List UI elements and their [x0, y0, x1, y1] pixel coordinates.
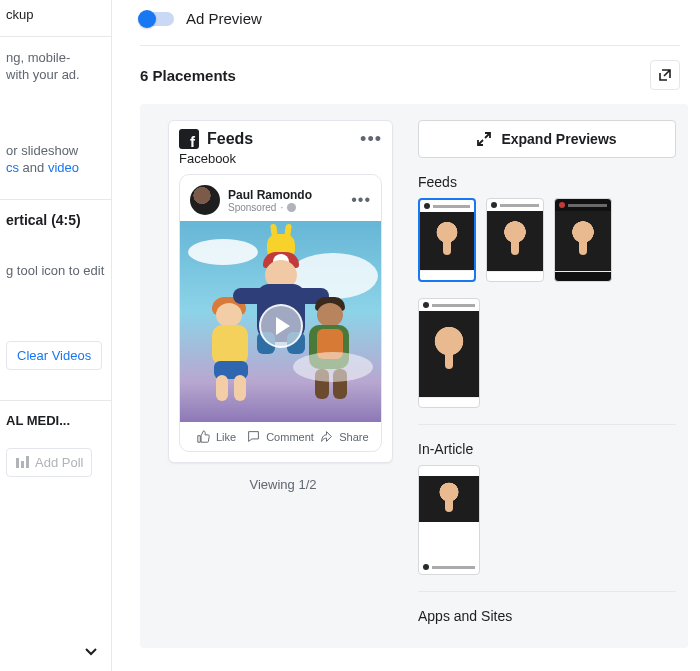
- phone-preview-column: Feeds ••• Facebook Paul Ramondo Sponsore…: [168, 120, 398, 632]
- share-icon: [320, 430, 333, 443]
- left-item-tail: ckup: [0, 0, 111, 24]
- edit-helper: g tool icon to edit: [0, 262, 111, 280]
- ad-preview-toggle[interactable]: [140, 12, 174, 26]
- ad-preview-label: Ad Preview: [186, 10, 262, 27]
- svg-rect-1: [21, 461, 24, 468]
- comment-icon: [247, 430, 260, 443]
- globe-icon: [287, 203, 296, 212]
- poster-name: Paul Ramondo: [228, 188, 312, 202]
- phone-card: Feeds ••• Facebook Paul Ramondo Sponsore…: [168, 120, 393, 463]
- inarticle-thumbs: [418, 465, 676, 575]
- feeds-title: Feeds: [207, 130, 253, 148]
- placements-header: 6 Placements: [140, 46, 688, 104]
- section-apps-label: Apps and Sites: [418, 608, 676, 624]
- left-helper-1: ng, mobile- with your ad.: [0, 49, 111, 84]
- poster-avatar: [190, 185, 220, 215]
- sponsored-label: Sponsored ·: [228, 202, 312, 213]
- share-button[interactable]: Share: [314, 430, 375, 443]
- clear-videos-button[interactable]: Clear Videos: [6, 341, 102, 370]
- svg-rect-0: [16, 458, 19, 468]
- post-frame: Paul Ramondo Sponsored · •••: [179, 174, 382, 452]
- platform-label: Facebook: [169, 151, 392, 174]
- poll-icon: [15, 456, 29, 470]
- main-area: Ad Preview 6 Placements Feeds ••• Facebo…: [112, 0, 700, 671]
- expand-icon: [477, 132, 491, 146]
- card-menu-button[interactable]: •••: [360, 130, 382, 148]
- facebook-icon: [179, 129, 199, 149]
- like-icon: [197, 430, 210, 443]
- placement-thumb[interactable]: [418, 465, 480, 575]
- caret-down-icon[interactable]: [85, 646, 97, 661]
- ad-preview-row: Ad Preview: [140, 0, 688, 45]
- placements-title: 6 Placements: [140, 67, 236, 84]
- post-actions: Like Comment Share: [180, 422, 381, 451]
- expand-previews-button[interactable]: Expand Previews: [418, 120, 676, 158]
- placements-right-column: Expand Previews Feeds In-Article Apps an…: [418, 120, 676, 632]
- media-heading: AL MEDI...: [0, 413, 111, 428]
- link-video[interactable]: video: [48, 160, 79, 175]
- left-helper-2: or slideshow cs and video: [0, 142, 111, 177]
- comment-button[interactable]: Comment: [247, 430, 314, 443]
- placement-thumb[interactable]: [554, 198, 612, 282]
- feeds-thumbs: [418, 198, 676, 408]
- placement-thumb[interactable]: [418, 298, 480, 408]
- play-icon[interactable]: [259, 304, 303, 348]
- left-sidebar-partial: ckup ng, mobile- with your ad. or slides…: [0, 0, 112, 671]
- ratio-heading: ertical (4:5): [0, 212, 111, 228]
- placement-thumb[interactable]: [486, 198, 544, 282]
- add-poll-label: Add Poll: [35, 455, 83, 470]
- external-link-icon: [658, 68, 672, 82]
- svg-rect-2: [26, 456, 29, 468]
- like-button[interactable]: Like: [186, 430, 247, 443]
- placement-thumb[interactable]: [418, 198, 476, 282]
- section-feeds-label: Feeds: [418, 174, 676, 190]
- open-external-button[interactable]: [650, 60, 680, 90]
- link-cs[interactable]: cs: [6, 160, 19, 175]
- section-inarticle-label: In-Article: [418, 441, 676, 457]
- post-menu-button[interactable]: •••: [351, 192, 371, 208]
- viewing-indicator: Viewing 1/2: [168, 477, 398, 492]
- add-poll-button[interactable]: Add Poll: [6, 448, 92, 477]
- post-media[interactable]: [180, 221, 381, 422]
